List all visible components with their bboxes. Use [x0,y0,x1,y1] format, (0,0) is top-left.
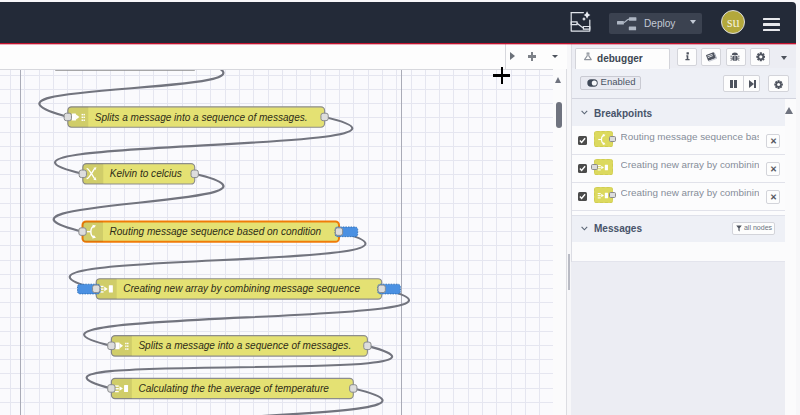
svg-text:Kelvin to celcius: Kelvin to celcius [110,168,182,179]
svg-text:Calculating the the average of: Calculating the the average of temperatu… [138,383,329,394]
svg-text:Splits a message into a sequen: Splits a message into a sequence of mess… [138,340,351,351]
svg-text:Splits a message into a sequen: Splits a message into a sequence of mess… [95,112,308,123]
svg-text:Creating new array by combinin: Creating new array by combining message … [123,283,360,294]
svg-text:Routing message sequence based: Routing message sequence based on condit… [110,226,322,237]
